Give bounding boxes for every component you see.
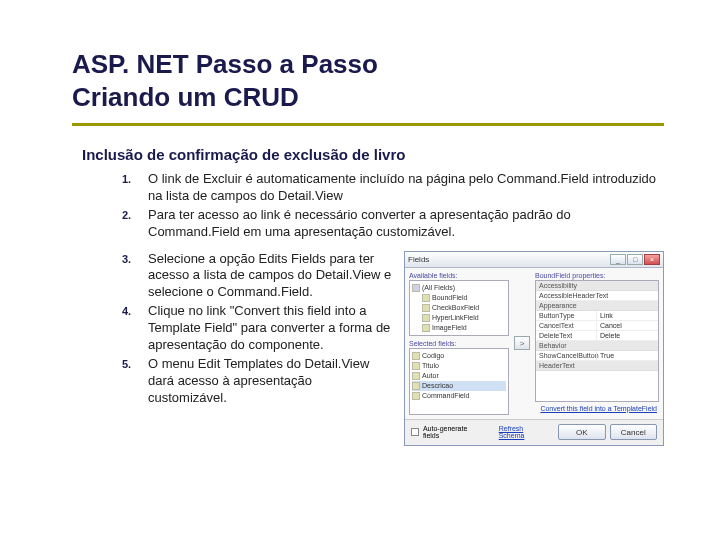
fields-dialog: Fields _ □ × Available fields: (All Fiel… — [404, 251, 664, 446]
available-fields-label: Available fields: — [409, 272, 509, 279]
list-item: Autor — [412, 371, 506, 381]
list-item: 4. Clique no link "Convert this field in… — [122, 303, 396, 354]
tree-item: ImageField — [412, 323, 506, 333]
autogen-checkbox[interactable] — [411, 428, 419, 436]
selected-fields-list[interactable]: Codigo Titulo Autor Descricao CommandFie… — [409, 348, 509, 415]
field-icon — [422, 294, 430, 302]
list-text: Para ter acesso ao link é necessário con… — [148, 207, 664, 241]
list-text: O menu Edit Templates do Detail.View dar… — [148, 356, 396, 407]
properties-label: BoundField properties: — [535, 272, 659, 279]
field-icon — [412, 382, 420, 390]
title-line1: ASP. NET Passo a Passo — [72, 49, 378, 79]
prop-row: ShowCancelButtonTrue — [536, 351, 658, 361]
refresh-schema-link[interactable]: Refresh Schema — [499, 425, 550, 439]
tree-item: HyperLinkField — [412, 313, 506, 323]
list-item: 5. O menu Edit Templates do Detail.View … — [122, 356, 396, 407]
ok-button[interactable]: OK — [558, 424, 605, 440]
list-item: Titulo — [412, 361, 506, 371]
list-number: 5. — [122, 356, 148, 370]
list-text: Clique no link "Convert this field into … — [148, 303, 396, 354]
prop-row: AccessibleHeaderText — [536, 291, 658, 301]
autogen-label: Auto-generate fields — [423, 425, 485, 439]
list-number: 3. — [122, 251, 148, 265]
property-grid[interactable]: Accessibility AccessibleHeaderText Appea… — [535, 280, 659, 402]
list-number: 4. — [122, 303, 148, 317]
list-text: O link de Excluir é automaticamente incl… — [148, 171, 664, 205]
field-icon — [412, 284, 420, 292]
list-item: Codigo — [412, 351, 506, 361]
field-icon — [412, 352, 420, 360]
dialog-footer: Auto-generate fields Refresh Schema OK C… — [405, 419, 663, 445]
list-text: Selecione a opção Edits Fields para ter … — [148, 251, 396, 302]
available-fields-tree[interactable]: (All Fields) BoundField CheckBoxField Hy… — [409, 280, 509, 336]
slide-subtitle: Inclusão de confirmação de exclusão de l… — [82, 146, 664, 163]
title-accent-bar — [72, 123, 664, 126]
field-icon — [422, 324, 430, 332]
add-field-button[interactable]: > — [514, 336, 530, 350]
list-top: 1. O link de Excluir é automaticamente i… — [122, 171, 664, 241]
dialog-titlebar: Fields _ □ × — [405, 252, 663, 268]
prop-row: DeleteTextDelete — [536, 331, 658, 341]
list-number: 1. — [122, 171, 148, 185]
prop-category: Appearance — [536, 301, 658, 311]
field-icon — [412, 392, 420, 400]
prop-category: Accessibility — [536, 281, 658, 291]
window-buttons: _ □ × — [610, 254, 660, 265]
close-button[interactable]: × — [644, 254, 660, 265]
field-icon — [412, 372, 420, 380]
prop-row: CancelTextCancel — [536, 321, 658, 331]
field-icon — [422, 304, 430, 312]
maximize-button[interactable]: □ — [627, 254, 643, 265]
field-icon — [412, 362, 420, 370]
convert-template-link[interactable]: Convert this field into a TemplateField — [540, 405, 657, 412]
tree-item: (All Fields) — [412, 283, 506, 293]
cancel-button[interactable]: Cancel — [610, 424, 657, 440]
tree-item: CheckBoxField — [412, 303, 506, 313]
list-item: 2. Para ter acesso ao link é necessário … — [122, 207, 664, 241]
list-item: Descricao — [412, 381, 506, 391]
prop-category: Behavior — [536, 341, 658, 351]
prop-category: HeaderText — [536, 361, 658, 371]
selected-fields-label: Selected fields: — [409, 340, 509, 347]
list-number: 2. — [122, 207, 148, 221]
list-bottom: 3. Selecione a opção Edits Fields para t… — [122, 251, 396, 446]
title-line2: Criando um CRUD — [72, 81, 664, 114]
tree-item: BoundField — [412, 293, 506, 303]
list-item: 3. Selecione a opção Edits Fields para t… — [122, 251, 396, 302]
slide-title: ASP. NET Passo a Passo Criando um CRUD — [72, 48, 664, 113]
list-item: 1. O link de Excluir é automaticamente i… — [122, 171, 664, 205]
minimize-button[interactable]: _ — [610, 254, 626, 265]
prop-row: ButtonTypeLink — [536, 311, 658, 321]
dialog-title: Fields — [408, 255, 429, 264]
list-item: CommandField — [412, 391, 506, 401]
field-icon — [422, 314, 430, 322]
